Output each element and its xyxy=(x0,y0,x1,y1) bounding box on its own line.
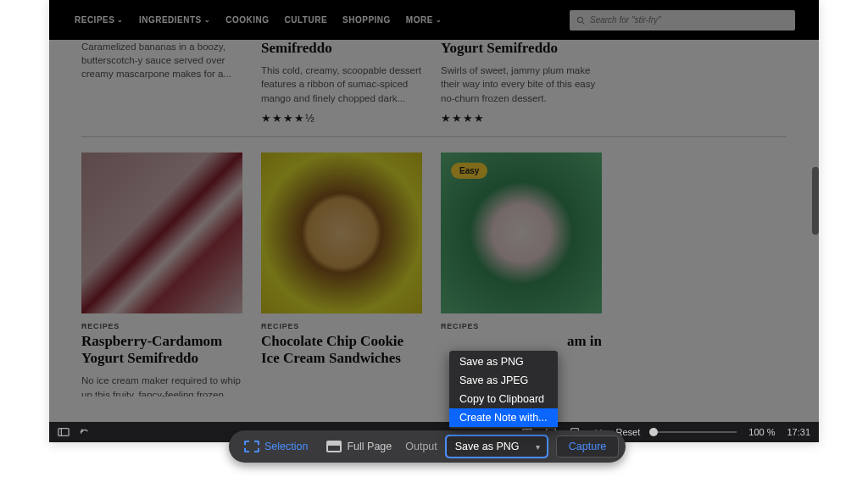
recipe-title: Yogurt Semifreddo xyxy=(441,40,602,57)
search-icon xyxy=(576,16,585,25)
fullpage-icon xyxy=(326,441,342,452)
recipe-desc: This cold, creamy, scoopable dessert fea… xyxy=(261,64,422,104)
scrollbar-thumb[interactable] xyxy=(812,167,819,235)
dropdown-option-png[interactable]: Save as PNG xyxy=(449,352,558,371)
selection-icon xyxy=(244,441,259,452)
svg-line-1 xyxy=(582,21,585,24)
dropdown-option-clipboard[interactable]: Copy to Clipboard xyxy=(449,390,558,408)
recipe-card[interactable]: Semifreddo This cold, creamy, scoopable … xyxy=(261,40,422,125)
chevron-down-icon: ⌄ xyxy=(436,16,442,24)
recipe-image xyxy=(81,152,242,313)
recipe-title: Raspberry-Cardamom Yogurt Semifreddo xyxy=(81,333,242,368)
output-format-select[interactable]: Save as PNG xyxy=(446,435,548,458)
recipe-title: Chocolate Chip Cookie Ice Cream Sandwich… xyxy=(261,333,422,368)
nav-cooking[interactable]: COOKING xyxy=(225,15,269,25)
recipe-desc: Caramelized bananas in a boozy, buttersc… xyxy=(81,40,242,80)
output-label: Output xyxy=(405,441,437,452)
zoom-level: 100 % xyxy=(748,427,775,437)
recipe-card[interactable]: Caramelized bananas in a boozy, buttersc… xyxy=(81,40,242,125)
search-box[interactable] xyxy=(570,10,795,30)
search-input[interactable] xyxy=(590,15,788,25)
recipe-card[interactable]: Yogurt Semifreddo Swirls of sweet, jammy… xyxy=(441,40,602,125)
recipe-title: am in xyxy=(441,333,602,350)
recipe-category: RECIPES xyxy=(81,322,242,330)
site-nav: RECIPES⌄ INGREDIENTS⌄ COOKING CULTURE SH… xyxy=(49,0,819,40)
recipe-category: RECIPES xyxy=(441,322,602,330)
divider xyxy=(81,136,787,137)
zoom-slider[interactable] xyxy=(652,431,737,433)
dropdown-option-note[interactable]: Create Note with... xyxy=(449,408,558,427)
capture-fullpage-mode[interactable]: Full Page xyxy=(321,437,397,456)
nav-shopping[interactable]: SHOPPING xyxy=(342,15,391,25)
svg-point-0 xyxy=(577,17,582,22)
output-dropdown: Save as PNG Save as JPEG Copy to Clipboa… xyxy=(449,351,558,429)
recipe-rating: ★★★★½ xyxy=(261,112,422,125)
nav-culture[interactable]: CULTURE xyxy=(285,15,328,25)
nav-recipes[interactable]: RECIPES⌄ xyxy=(75,15,124,25)
sync-icon[interactable] xyxy=(78,426,90,438)
recipe-desc: No ice cream maker required to whip up t… xyxy=(81,374,242,396)
recipe-title: Semifreddo xyxy=(261,40,422,57)
recipe-card[interactable]: RECIPES Chocolate Chip Cookie Ice Cream … xyxy=(261,152,422,396)
capture-selection-mode[interactable]: Selection xyxy=(239,437,313,456)
capture-toolbar: Selection Full Page Output Save as PNG C… xyxy=(229,430,626,463)
chevron-down-icon: ⌄ xyxy=(117,16,124,24)
clock: 17:31 xyxy=(787,427,810,437)
dropdown-option-jpeg[interactable]: Save as JPEG xyxy=(449,371,558,390)
capture-button[interactable]: Capture xyxy=(556,435,619,458)
recipe-category: RECIPES xyxy=(261,322,422,330)
panel-icon[interactable] xyxy=(58,426,70,438)
recipe-rating: ★★★★ xyxy=(441,112,602,125)
nav-more[interactable]: MORE⌄ xyxy=(406,15,442,25)
svg-rect-2 xyxy=(58,429,69,436)
recipe-image xyxy=(261,152,422,313)
recipe-card[interactable]: RECIPES Raspberry-Cardamom Yogurt Semifr… xyxy=(81,152,242,396)
recipe-desc: Swirls of sweet, jammy plum make their w… xyxy=(441,64,602,104)
easy-badge: Easy xyxy=(451,163,487,179)
recipe-grid: Caramelized bananas in a boozy, buttersc… xyxy=(49,40,819,396)
nav-ingredients[interactable]: INGREDIENTS⌄ xyxy=(139,15,210,25)
recipe-image: Easy xyxy=(441,152,602,313)
scrollbar[interactable] xyxy=(812,40,819,396)
chevron-down-icon: ⌄ xyxy=(204,16,211,24)
